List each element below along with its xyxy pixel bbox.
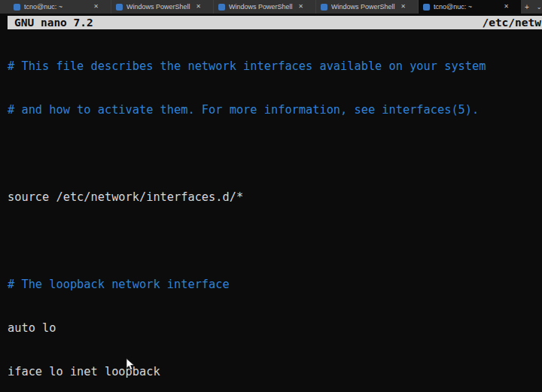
editor-line: source /etc/network/interfaces.d/*: [8, 190, 542, 205]
new-tab-button[interactable]: +: [521, 0, 533, 14]
terminal-app-icon: [218, 4, 225, 11]
tab-tcno-nuc-1[interactable]: tcno@nuc: ~ ✕: [9, 0, 111, 14]
terminal-app-icon: [14, 4, 20, 11]
tab-label: tcno@nuc: ~: [434, 3, 501, 11]
tab-label: Windows PowerShell: [126, 3, 193, 11]
editor-content[interactable]: # This file describes the network interf…: [8, 30, 542, 392]
close-icon[interactable]: ✕: [193, 2, 204, 11]
terminal-app-icon: [321, 4, 327, 11]
tab-label: tcno@nuc: ~: [24, 3, 90, 11]
tab-bar: tcno@nuc: ~ ✕ Windows PowerShell ✕ Windo…: [0, 0, 542, 14]
editor-line: # This file describes the network interf…: [8, 59, 542, 74]
tab-powershell-2[interactable]: Windows PowerShell ✕: [214, 0, 316, 14]
tab-label: Windows PowerShell: [331, 3, 397, 11]
close-icon[interactable]: ✕: [295, 2, 306, 11]
close-icon[interactable]: ✕: [397, 2, 409, 11]
tab-powershell-3[interactable]: Windows PowerShell ✕: [316, 0, 419, 14]
terminal-app-icon: [423, 4, 430, 11]
editor-line: auto lo: [8, 321, 542, 336]
tab-powershell-1[interactable]: Windows PowerShell ✕: [111, 0, 214, 14]
editor-line: [8, 147, 542, 161]
chevron-down-icon[interactable]: ⌄: [533, 0, 542, 14]
close-icon[interactable]: ✕: [501, 2, 512, 11]
nano-version-label: GNU nano 7.2: [14, 16, 93, 29]
close-icon[interactable]: ✕: [90, 2, 102, 11]
editor-line: # The loopback network interface: [8, 278, 542, 292]
nano-titlebar: GNU nano 7.2 /etc/netw: [8, 16, 542, 29]
tab-tcno-nuc-2-active[interactable]: tcno@nuc: ~ ✕: [419, 0, 521, 14]
nano-filename-label: /etc/netw: [482, 16, 542, 29]
editor-line: iface lo inet loopback: [8, 365, 542, 379]
tab-label: Windows PowerShell: [229, 3, 295, 11]
editor-line: [8, 234, 542, 248]
terminal-window: tcno@nuc: ~ ✕ Windows PowerShell ✕ Windo…: [0, 0, 542, 392]
terminal-app-icon: [116, 4, 123, 11]
editor-line: # and how to activate them. For more inf…: [8, 103, 542, 117]
